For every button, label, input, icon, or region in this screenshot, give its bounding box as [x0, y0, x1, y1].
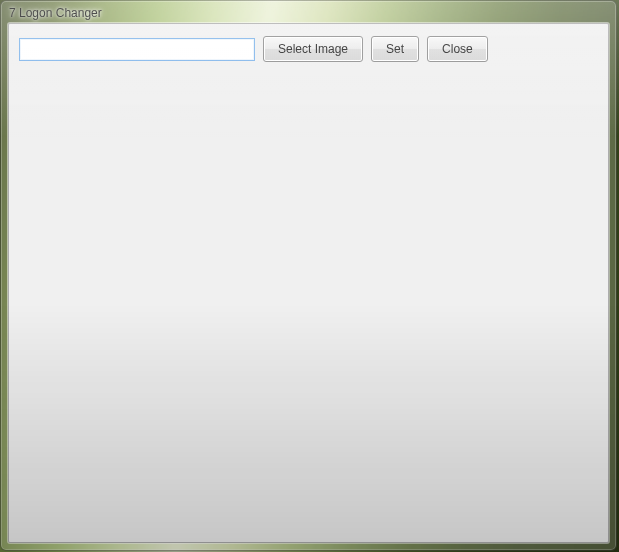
toolbar: Select Image Set Close	[19, 36, 488, 62]
image-path-input[interactable]	[19, 38, 255, 61]
client-area: Select Image Set Close	[8, 23, 609, 543]
desktop-background: 7 Logon Changer Select Image Set Close	[0, 0, 619, 552]
app-window: 7 Logon Changer Select Image Set Close	[0, 0, 617, 551]
window-title: 7 Logon Changer	[9, 6, 102, 20]
close-button[interactable]: Close	[427, 36, 488, 62]
select-image-button[interactable]: Select Image	[263, 36, 363, 62]
set-button[interactable]: Set	[371, 36, 419, 62]
titlebar[interactable]: 7 Logon Changer	[1, 1, 616, 23]
